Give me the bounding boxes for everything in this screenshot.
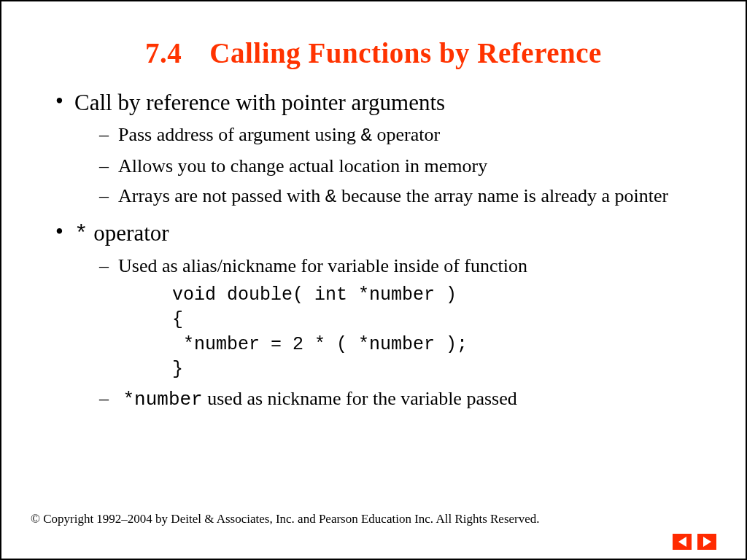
arrow-right-icon: [703, 537, 711, 547]
bullet-1-sub-1: Pass address of argument using & operato…: [99, 122, 716, 149]
bullet-2-sub-1: Used as alias/nickname for variable insi…: [99, 253, 716, 279]
bullet-1-sub-3: Arrays are not passed with & because the…: [99, 183, 716, 210]
code-block: void double( int *number ) { *number = 2…: [172, 283, 716, 381]
copyright-footer: © Copyright 1992–2004 by Deitel & Associ…: [31, 512, 540, 526]
amp-operator: &: [360, 125, 372, 147]
arrow-left-icon: [678, 537, 686, 547]
slide: 7.4Calling Functions by Reference Call b…: [0, 0, 747, 560]
amp-operator: &: [325, 186, 337, 208]
bullet-2-sublist: Used as alias/nickname for variable insi…: [99, 253, 716, 413]
nav-controls: [673, 534, 716, 550]
star-operator: *: [74, 222, 88, 247]
bullet-1-sublist: Pass address of argument using & operato…: [99, 122, 716, 210]
bullet-1-text: Call by reference with pointer arguments: [74, 90, 445, 115]
bullet-1-sub-2: Allows you to change actual location in …: [99, 153, 716, 179]
code-inline: *number: [123, 389, 203, 411]
slide-title: 7.4Calling Functions by Reference: [31, 36, 716, 69]
next-button[interactable]: [697, 534, 716, 550]
title-text: Calling Functions by Reference: [209, 37, 602, 69]
bullet-2-text: operator: [88, 220, 169, 246]
prev-button[interactable]: [673, 534, 692, 550]
bullet-1: Call by reference with pointer arguments…: [55, 90, 716, 210]
bullet-2-sub-2: *number used as nickname for the variabl…: [99, 386, 716, 413]
bullet-list: Call by reference with pointer arguments…: [55, 90, 716, 413]
bullet-2: * operator Used as alias/nickname for va…: [55, 220, 716, 413]
title-number: 7.4: [145, 37, 182, 69]
